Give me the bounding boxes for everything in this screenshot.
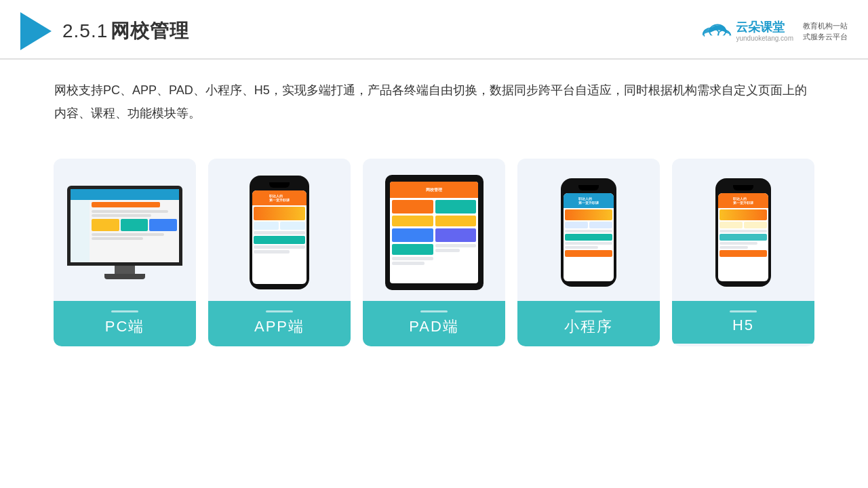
miniapp-phone-mockup: 职达人的第一堂升职课 [561, 178, 616, 287]
description-text: 网校支持PC、APP、PAD、小程序、H5，实现多端打通，产品各终端自由切换，数… [0, 60, 868, 131]
logo-triangle-icon [20, 12, 52, 50]
pc-mockup [67, 186, 182, 279]
h5-phone-mockup: 职达人的第一堂升职课 [715, 178, 771, 287]
page-title: 2.5.1网校管理 [62, 18, 189, 44]
app-phone-mockup: 职达人的第一堂升职课 [250, 176, 309, 289]
card-miniapp: 职达人的第一堂升职课 [517, 159, 660, 346]
card-pc: PC端 [54, 159, 196, 346]
cards-container: PC端 职达人的第一堂升职课 [0, 138, 868, 346]
pad-body: 网校管理 [385, 175, 484, 290]
card-pc-image [54, 159, 196, 301]
cloud-icon [699, 20, 732, 42]
card-pad-label: PAD端 [363, 301, 505, 346]
h5-phone-body: 职达人的第一堂升职课 [715, 178, 771, 287]
card-h5: 职达人的第一堂升职课 [672, 159, 814, 346]
brand-logo: 云朵课堂 yunduoketang.com 教育机构一站式服务云平台 [699, 20, 848, 43]
card-miniapp-image: 职达人的第一堂升职课 [517, 159, 660, 301]
card-h5-label: H5 [672, 301, 814, 344]
brand-text: 云朵课堂 yunduoketang.com [736, 20, 793, 43]
card-app-label: APP端 [208, 301, 351, 346]
card-h5-image: 职达人的第一堂升职课 [672, 159, 814, 301]
pc-screen [67, 186, 182, 266]
svg-rect-9 [705, 35, 730, 39]
app-phone-body: 职达人的第一堂升职课 [250, 176, 309, 289]
card-pad-image: 网校管理 [363, 159, 505, 301]
card-pad: 网校管理 [363, 159, 505, 346]
cloud-logo: 云朵课堂 yunduoketang.com 教育机构一站式服务云平台 [699, 20, 848, 43]
card-pc-label: PC端 [54, 301, 196, 346]
brand-slogan: 教育机构一站式服务云平台 [803, 20, 848, 43]
header-left: 2.5.1网校管理 [20, 12, 189, 50]
header: 2.5.1网校管理 云朵课堂 yunduoketang.com [0, 0, 868, 60]
card-app: 职达人的第一堂升职课 [208, 159, 351, 346]
card-app-image: 职达人的第一堂升职课 [208, 159, 351, 301]
pad-mockup: 网校管理 [385, 175, 484, 290]
miniapp-phone-body: 职达人的第一堂升职课 [561, 178, 616, 287]
card-miniapp-label: 小程序 [517, 301, 660, 346]
